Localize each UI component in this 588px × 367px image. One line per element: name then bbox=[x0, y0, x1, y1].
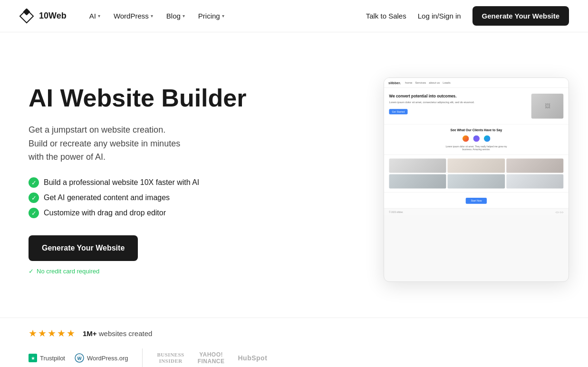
preview-gallery bbox=[384, 155, 569, 192]
gallery-item-3 bbox=[506, 159, 563, 173]
logo-icon bbox=[19, 9, 34, 24]
hero-cta-button[interactable]: Generate Your Website bbox=[29, 235, 138, 261]
star-1: ★ bbox=[29, 328, 37, 339]
chevron-down-icon: ▾ bbox=[98, 13, 100, 19]
image-placeholder-icon: 🖼 bbox=[545, 103, 550, 110]
preview-hero-section: We convert potential into outcomes. Lore… bbox=[384, 88, 569, 125]
nav-right: Talk to Sales Log in/Sign in Generate Yo… bbox=[366, 6, 569, 26]
star-2: ★ bbox=[38, 328, 47, 339]
check-icon: ✓ bbox=[29, 193, 39, 203]
business-insider-logo: BUSINESSINSIDER bbox=[157, 352, 184, 364]
wordpress-label: WordPress.org bbox=[87, 355, 128, 362]
trust-badges: ★ Trustpilot W WordPress.org bbox=[29, 353, 128, 363]
preview-start-btn: Start Now bbox=[466, 198, 487, 204]
rating-row: ★ ★ ★ ★ ★ 1M+ websites created bbox=[29, 328, 559, 339]
gallery-item-1 bbox=[389, 159, 446, 173]
preview-hero-image: 🖼 bbox=[531, 94, 564, 119]
star-4: ★ bbox=[57, 328, 66, 339]
talk-to-sales-link[interactable]: Talk to Sales bbox=[366, 12, 406, 20]
feature-item-1: ✓ Build a professional website 10X faste… bbox=[29, 177, 246, 188]
hubspot-logo: HubSpot bbox=[238, 354, 268, 362]
check-icon: ✓ bbox=[29, 177, 39, 188]
features-list: ✓ Build a professional website 10X faste… bbox=[29, 177, 246, 218]
star-rating: ★ ★ ★ ★ ★ bbox=[29, 328, 75, 339]
check-icon: ✓ bbox=[29, 208, 39, 218]
navigation: 10Web AI ▾ WordPress ▾ Blog ▾ Pricing ▾ … bbox=[0, 0, 588, 32]
avatar-2 bbox=[472, 135, 481, 143]
svg-text:W: W bbox=[77, 356, 82, 361]
website-preview: slibber. home Services about us Leads We… bbox=[384, 77, 569, 282]
preview-testimonials: See What Our Clients Have to Say Lorem i… bbox=[384, 125, 569, 155]
preview-inner: slibber. home Services about us Leads We… bbox=[384, 78, 569, 281]
preview-logo: slibber. bbox=[388, 81, 401, 85]
preview-footer: © 2023 slibber. ◁ ▷ ▷▷ bbox=[384, 208, 569, 215]
preview-hero-text: We convert potential into outcomes. Lore… bbox=[389, 94, 528, 114]
hero-cta-area: Generate Your Website ✓ No credit card r… bbox=[29, 235, 246, 275]
chevron-down-icon: ▾ bbox=[183, 13, 185, 19]
logo[interactable]: 10Web bbox=[19, 9, 67, 24]
trust-row: ★ Trustpilot W WordPress.org BUSINESSINS… bbox=[29, 348, 559, 367]
hero-left: AI Website Builder Get a jumpstart on we… bbox=[29, 85, 246, 275]
trustpilot-logo: ★ bbox=[29, 354, 37, 362]
brand-name: 10Web bbox=[39, 11, 67, 21]
preview-section-title: See What Our Clients Have to Say bbox=[389, 128, 564, 132]
yahoo-finance-logo: YAHOO!FINANCE bbox=[198, 351, 225, 365]
star-half: ★ bbox=[67, 328, 75, 339]
nav-item-ai[interactable]: AI ▾ bbox=[84, 8, 106, 24]
preview-testimonial-text: Lorem ipsum dolor sit amet. They really … bbox=[389, 145, 564, 151]
trustpilot-badge[interactable]: ★ Trustpilot bbox=[29, 354, 65, 362]
nav-item-blog[interactable]: Blog ▾ bbox=[161, 8, 191, 24]
nav-item-pricing[interactable]: Pricing ▾ bbox=[193, 8, 230, 24]
chevron-down-icon: ▾ bbox=[222, 13, 224, 19]
no-credit-notice: ✓ No credit card required bbox=[29, 268, 246, 275]
gallery-item-6 bbox=[506, 174, 563, 189]
preview-footer-nav: ◁ ▷ ▷▷ bbox=[555, 211, 564, 213]
gallery-item-2 bbox=[448, 159, 505, 173]
feature-item-2: ✓ Get AI generated content and images bbox=[29, 193, 246, 203]
wordpress-badge[interactable]: W WordPress.org bbox=[75, 353, 128, 363]
feature-item-3: ✓ Customize with drag and drop editor bbox=[29, 208, 246, 218]
login-link[interactable]: Log in/Sign in bbox=[418, 12, 461, 20]
preview-nav: slibber. home Services about us Leads bbox=[384, 78, 569, 88]
bottom-strip: ★ ★ ★ ★ ★ 1M+ websites created ★ Trustpi… bbox=[0, 318, 588, 367]
wordpress-logo-icon: W bbox=[75, 353, 84, 363]
preview-cta-btn: Get Started bbox=[389, 109, 408, 114]
preview-nav-links: home Services about us Leads bbox=[405, 81, 450, 85]
preview-h1: We convert potential into outcomes. bbox=[389, 94, 528, 99]
preview-avatars bbox=[389, 135, 564, 143]
preview-p: Lorem ipsum dolor sit amet, consectetur … bbox=[389, 101, 528, 105]
avatar-3 bbox=[483, 135, 491, 143]
nav-links: AI ▾ WordPress ▾ Blog ▾ Pricing ▾ bbox=[84, 8, 230, 24]
nav-left: 10Web AI ▾ WordPress ▾ Blog ▾ Pricing ▾ bbox=[19, 8, 230, 24]
trustpilot-label: Trustpilot bbox=[40, 355, 65, 362]
avatar-1 bbox=[462, 135, 470, 143]
nav-cta-button[interactable]: Generate Your Website bbox=[472, 6, 569, 26]
vertical-divider bbox=[142, 348, 143, 367]
hero-section: AI Website Builder Get a jumpstart on we… bbox=[0, 32, 588, 318]
press-logos: BUSINESSINSIDER YAHOO!FINANCE HubSpot bbox=[157, 351, 267, 365]
hero-title: AI Website Builder bbox=[29, 85, 246, 112]
check-icon-small: ✓ bbox=[29, 268, 34, 275]
preview-footer-text: © 2023 slibber. bbox=[389, 211, 404, 213]
preview-cta-section: Start Now bbox=[384, 192, 569, 208]
hero-subtitle: Get a jumpstart on website creation. Bui… bbox=[29, 123, 246, 164]
chevron-down-icon: ▾ bbox=[151, 13, 153, 19]
star-3: ★ bbox=[48, 328, 56, 339]
gallery-item-4 bbox=[389, 174, 446, 189]
hero-right: slibber. home Services about us Leads We… bbox=[246, 77, 569, 282]
nav-item-wordpress[interactable]: WordPress ▾ bbox=[108, 8, 159, 24]
websites-created: 1M+ websites created bbox=[83, 329, 152, 338]
gallery-item-5 bbox=[448, 174, 505, 189]
